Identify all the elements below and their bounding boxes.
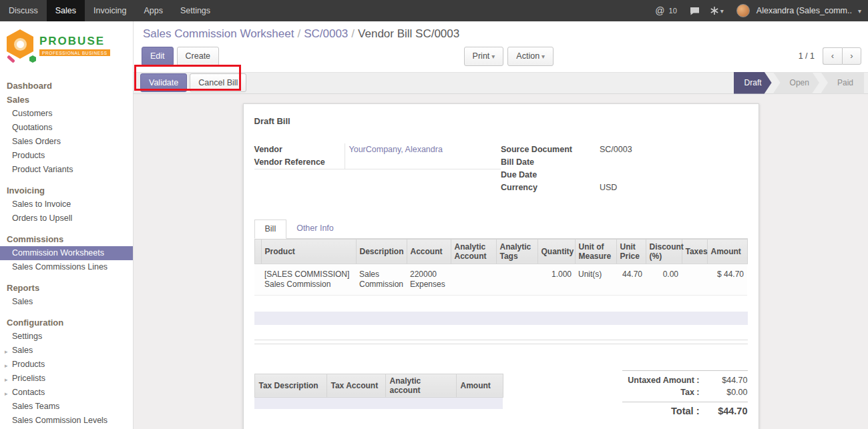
sidebar-item-sales-orders[interactable]: Sales Orders [0,135,133,149]
tab-bill[interactable]: Bill [254,220,287,239]
chat-icon[interactable] [690,7,700,15]
cell-taxes [682,264,707,295]
vendor-reference-label: Vendor Reference [254,156,345,169]
top-navbar: Discuss Sales Invoicing Apps Settings @ … [0,0,868,21]
logo-tagline: PROFESSIONAL BUSINESS [39,49,110,56]
cancel-bill-button[interactable]: Cancel Bill [190,73,246,93]
debug-icon[interactable]: ▾ [710,7,724,15]
sidebar-item-sales-teams[interactable]: Sales Teams [0,400,133,414]
menu-sales[interactable]: Sales [47,0,85,21]
sidebar-item-label: Products [12,360,45,369]
sidebar-item-products[interactable]: Products [0,149,133,163]
col-description: Description [356,239,407,264]
sidebar-item-sales-to-invoice[interactable]: Sales to Invoice [0,197,133,211]
user-menu[interactable]: Alexandra (Sales_comm.. [756,6,852,15]
sidebar-item-commission-worksheets[interactable]: Commission Worksheets [0,246,133,260]
status-step-draft: Draft [734,72,772,94]
print-menu-button[interactable]: Print▾ [464,47,504,66]
mini-hexagon-icon [29,55,36,63]
cell-analytic-account [451,264,496,295]
sidebar-section-title-commissions[interactable]: Commissions [0,232,133,246]
sidebar-nav: Dashboard Sales Customers Quotations Sal… [0,79,133,428]
caret-down-icon: ▾ [541,53,545,60]
cell-account: 220000 Expenses [407,264,451,295]
pager-previous-button[interactable]: ‹ [823,47,842,65]
status-step-open: Open [773,72,819,94]
toolbar: Edit Create Print▾ Action▾ 1 / 1 ‹ › [142,47,861,66]
expand-icon: ▸ [5,347,8,357]
sidebar-item-quotations[interactable]: Quotations [0,121,133,135]
lines-header-row: Product Description Account Analytic Acc… [254,239,747,264]
row-handle [254,264,261,295]
field-group-right: Source Document SC/0003 Bill Date Due Da… [501,143,748,194]
sidebar-item-customers[interactable]: Customers [0,107,133,121]
create-button[interactable]: Create [177,47,220,66]
menu-discuss[interactable]: Discuss [0,0,47,21]
user-avatar[interactable] [736,4,750,17]
tax-lines-table: Tax Description Tax Account Analytic acc… [254,374,503,429]
menu-settings[interactable]: Settings [172,0,219,21]
col-taxes: Taxes [682,239,707,264]
tax-value: $0.00 [706,388,748,397]
sidebar-item-product-variants[interactable]: Product Variants [0,163,133,177]
statusbar: Validate Cancel Bill Draft Open Paid [134,72,868,94]
tax-header-row: Tax Description Tax Account Analytic acc… [254,374,503,397]
sidebar-item-config-pricelists[interactable]: ▸Pricelists [0,372,133,386]
sidebar-section-title-configuration[interactable]: Configuration [0,316,133,330]
vendor-value[interactable]: YourCompany, Alexandra [345,143,501,156]
breadcrumb-worksheet-link[interactable]: Sales Commission Worksheet [143,27,294,40]
col-tax-analytic-account: Analytic account [385,374,456,397]
mention-icon[interactable]: @ [655,5,664,16]
sidebar-item-config-products[interactable]: ▸Products [0,358,133,372]
menu-invoicing[interactable]: Invoicing [85,0,135,21]
sidebar-item-config-contacts[interactable]: ▸Contacts [0,386,133,400]
vendor-reference-value [345,156,501,169]
sidebar-section-title-sales[interactable]: Sales [0,93,133,107]
print-label: Print [473,51,490,61]
pager-next-button[interactable]: › [842,47,861,65]
sidebar: PROBUSE PROFESSIONAL BUSINESS Dashboard … [0,21,134,429]
sidebar-item-dashboard[interactable]: Dashboard [0,79,133,93]
breadcrumb-sc0003-link[interactable]: SC/0003 [304,27,348,40]
col-unit-of-measure: Unit of Measure [575,239,616,264]
sidebar-section-configuration: Configuration Settings ▸Sales ▸Products … [0,316,133,428]
edit-button[interactable]: Edit [142,47,174,66]
spacer [254,296,748,312]
probuse-logo: PROBUSE PROFESSIONAL BUSINESS [0,21,133,72]
col-tax-account: Tax Account [327,374,385,397]
untaxed-amount-label: Untaxed Amount : [622,376,706,385]
sidebar-item-config-settings[interactable]: Settings [0,330,133,344]
due-date-value [596,169,748,181]
sidebar-item-orders-to-upsell[interactable]: Orders to Upsell [0,211,133,226]
cell-description: Sales Commission [356,264,407,295]
bottom-section: Tax Description Tax Account Analytic acc… [254,374,748,429]
cell-unit-price: 44.70 [616,264,646,295]
sidebar-section-title-invoicing[interactable]: Invoicing [0,183,133,197]
expand-icon: ▸ [5,375,8,385]
sidebar-item-sales-commissions-lines[interactable]: Sales Commissions Lines [0,260,133,274]
col-amount: Amount [707,239,747,264]
validate-button[interactable]: Validate [140,73,187,93]
action-menu-button[interactable]: Action▾ [507,47,554,66]
action-label: Action [516,51,539,61]
total-label: Total : [622,406,706,416]
hexagon-icon [7,29,33,59]
col-tax-amount: Amount [456,374,503,397]
sidebar-item-config-sales[interactable]: ▸Sales [0,344,133,358]
sidebar-item-reports-sales[interactable]: Sales [0,295,133,309]
form-sheet: Draft Bill Vendor YourCompany, Alexandra… [243,103,759,429]
field-group-left: Vendor YourCompany, Alexandra Vendor Ref… [254,143,501,169]
tab-other-info[interactable]: Other Info [286,220,344,238]
bill-line-row[interactable]: [SALES COMMISSION] Sales Commission Sale… [254,264,747,295]
document-title: Draft Bill [254,116,748,126]
sidebar-item-sales-commission-levels[interactable]: Sales Commission Levels [0,414,133,428]
caret-down-icon: ▾ [720,7,724,15]
source-document-value: SC/0003 [596,143,748,156]
empty-tax-row [254,409,503,429]
sidebar-section-title-reports[interactable]: Reports [0,281,133,295]
sidebar-item-label: Sales [12,346,33,355]
menu-apps[interactable]: Apps [135,0,172,21]
cell-analytic-tags [496,264,537,295]
col-quantity: Quantity [537,239,575,264]
col-analytic-account: Analytic Account [451,239,496,264]
